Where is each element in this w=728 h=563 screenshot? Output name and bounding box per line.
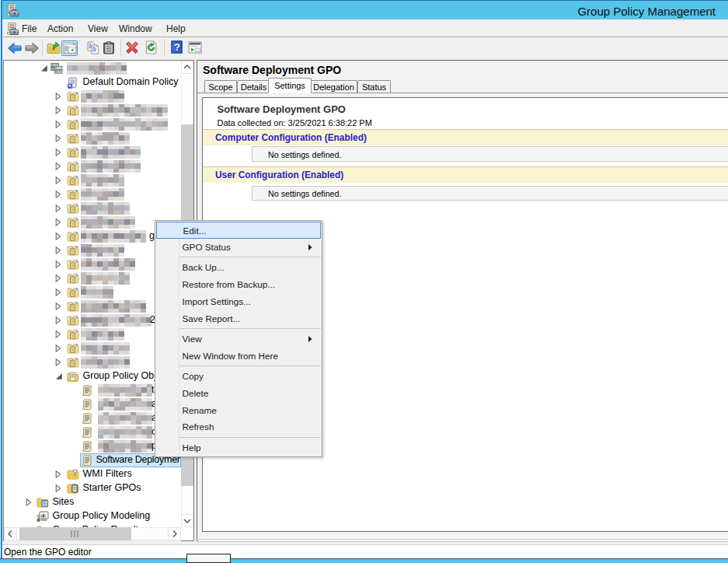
svg-text:?: ? — [174, 41, 180, 53]
